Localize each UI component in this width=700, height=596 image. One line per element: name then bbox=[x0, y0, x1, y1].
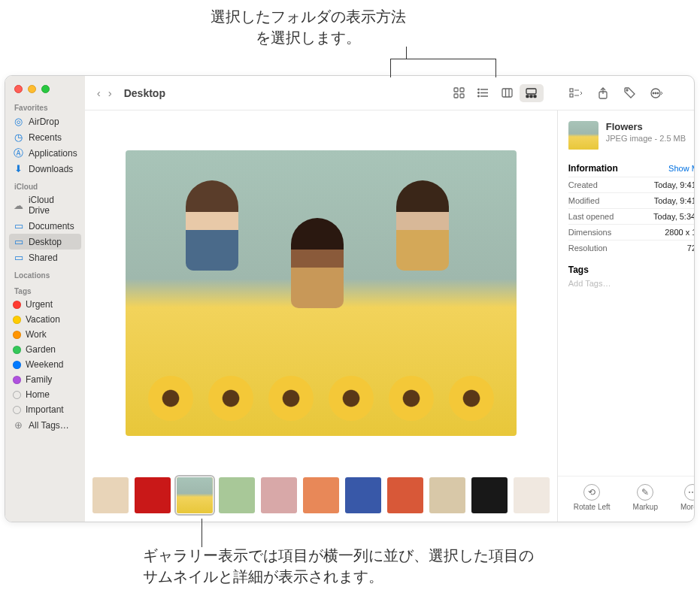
tags-header: Tags bbox=[568, 265, 695, 277]
thumbnail-item[interactable] bbox=[303, 477, 339, 513]
thumbnail-item[interactable] bbox=[177, 477, 213, 513]
svg-point-25 bbox=[653, 92, 654, 94]
sidebar-header-favorites: Favorites bbox=[5, 101, 85, 113]
sidebar-item-icloud-drive[interactable]: ☁iCloud Drive bbox=[5, 192, 85, 218]
all-tags-icon: ⊕ bbox=[13, 419, 24, 431]
inspector-thumbnail bbox=[568, 121, 598, 151]
sidebar-tag-work[interactable]: Work bbox=[5, 327, 85, 342]
file-name: Flowers bbox=[606, 121, 686, 132]
info-row: ModifiedToday, 9:41 AM bbox=[568, 192, 695, 208]
sidebar-locations: Locations bbox=[5, 267, 85, 283]
desktop-icon: ▭ bbox=[13, 236, 24, 247]
thumbnail-item[interactable] bbox=[429, 477, 465, 513]
callout-line bbox=[390, 59, 495, 59]
applications-icon: Ⓐ bbox=[13, 147, 24, 159]
sidebar-item-downloads[interactable]: ⬇Downloads bbox=[5, 161, 85, 177]
sidebar-tag-important[interactable]: Important bbox=[5, 402, 85, 417]
sidebar-item-airdrop[interactable]: ◎AirDrop bbox=[5, 113, 85, 129]
sidebar-item-shared[interactable]: ▭Shared bbox=[5, 250, 85, 265]
sidebar-tag-weekend[interactable]: Weekend bbox=[5, 357, 85, 372]
view-gallery-button[interactable] bbox=[520, 84, 544, 102]
sidebar-tag-urgent[interactable]: Urgent bbox=[5, 297, 85, 312]
sidebar-tag-family[interactable]: Family bbox=[5, 372, 85, 387]
svg-rect-10 bbox=[502, 89, 512, 97]
thumbnail-item[interactable] bbox=[345, 477, 381, 513]
info-row: Dimensions2800 x 1800 bbox=[568, 224, 695, 240]
forward-button[interactable]: › bbox=[105, 85, 115, 101]
content-area: Flowers JPEG image - 2.5 MB Information … bbox=[85, 110, 695, 522]
thumbnail-item[interactable] bbox=[92, 477, 129, 513]
minimize-button[interactable] bbox=[28, 85, 36, 93]
tag-color-icon bbox=[13, 391, 21, 399]
sidebar-item-recents[interactable]: ◷Recents bbox=[5, 129, 85, 145]
inspector-header: Flowers JPEG image - 2.5 MB bbox=[558, 110, 695, 159]
info-row: Last openedToday, 5:34 PM bbox=[568, 208, 695, 224]
tag-color-icon bbox=[13, 406, 21, 414]
zoom-button[interactable] bbox=[41, 85, 50, 93]
more-actions-button[interactable]: ⋯More… bbox=[680, 484, 695, 511]
svg-rect-16 bbox=[534, 95, 536, 98]
thumbnail-item[interactable] bbox=[471, 477, 508, 513]
thumbnail-item[interactable] bbox=[261, 477, 297, 513]
action-button[interactable] bbox=[646, 84, 668, 102]
thumbnail-strip[interactable] bbox=[85, 475, 557, 522]
svg-rect-0 bbox=[454, 88, 458, 92]
sidebar-icloud: iCloud ☁iCloud Drive ▭Documents ▭Desktop… bbox=[5, 178, 85, 267]
search-button[interactable] bbox=[689, 84, 695, 102]
svg-point-7 bbox=[478, 89, 480, 90]
preview-image[interactable] bbox=[126, 150, 517, 436]
svg-rect-13 bbox=[526, 89, 536, 94]
thumbnail-item[interactable] bbox=[387, 477, 423, 513]
nav-buttons: ‹ › bbox=[94, 85, 115, 101]
sidebar-item-documents[interactable]: ▭Documents bbox=[5, 218, 85, 234]
group-button[interactable] bbox=[565, 84, 587, 102]
gallery-view bbox=[85, 110, 557, 522]
svg-point-8 bbox=[478, 92, 480, 94]
back-button[interactable]: ‹ bbox=[94, 85, 104, 101]
inspector-panel: Flowers JPEG image - 2.5 MB Information … bbox=[557, 110, 695, 522]
sidebar-item-all-tags[interactable]: ⊕All Tags… bbox=[5, 417, 85, 433]
tag-color-icon bbox=[13, 376, 21, 384]
close-button[interactable] bbox=[14, 85, 23, 93]
shared-icon: ▭ bbox=[13, 252, 24, 263]
cloud-icon: ☁ bbox=[13, 200, 24, 211]
markup-button[interactable]: ✎Markup bbox=[633, 484, 658, 511]
share-button[interactable] bbox=[592, 84, 614, 102]
quick-actions: ⟲Rotate Left ✎Markup ⋯More… bbox=[558, 476, 695, 522]
document-icon: ▭ bbox=[13, 220, 24, 231]
view-icon-button[interactable] bbox=[447, 84, 471, 102]
thumbnail-item[interactable] bbox=[135, 477, 171, 513]
file-kind-size: JPEG image - 2.5 MB bbox=[606, 134, 686, 143]
add-tags-field[interactable]: Add Tags… bbox=[568, 277, 695, 288]
sidebar-tag-home[interactable]: Home bbox=[5, 387, 85, 402]
thumbnail-item[interactable] bbox=[514, 477, 550, 513]
sidebar-header-icloud: iCloud bbox=[5, 180, 85, 192]
show-more-link[interactable]: Show More bbox=[668, 164, 695, 173]
svg-rect-15 bbox=[530, 95, 532, 98]
info-row: Resolution72×72 bbox=[568, 240, 695, 256]
svg-point-9 bbox=[478, 95, 480, 97]
clock-icon: ◷ bbox=[13, 132, 24, 143]
svg-rect-2 bbox=[454, 94, 458, 98]
inspector-information: Information Show More CreatedToday, 9:41… bbox=[558, 159, 695, 260]
annotation-view-mode: 選択したフォルダの表示方法を選択します。 bbox=[211, 6, 406, 48]
rotate-icon: ⟲ bbox=[583, 484, 600, 501]
sidebar-tag-vacation[interactable]: Vacation bbox=[5, 312, 85, 327]
view-list-button[interactable] bbox=[471, 84, 495, 102]
svg-rect-17 bbox=[570, 89, 573, 92]
downloads-icon: ⬇ bbox=[13, 163, 24, 174]
sidebar-tag-garden[interactable]: Garden bbox=[5, 342, 85, 357]
sidebar-header-tags: Tags bbox=[5, 284, 85, 297]
thumbnail-item[interactable] bbox=[219, 477, 255, 513]
view-column-button[interactable] bbox=[495, 84, 520, 102]
sidebar-header-locations: Locations bbox=[5, 268, 85, 281]
tag-button[interactable] bbox=[619, 84, 641, 102]
sidebar-item-desktop[interactable]: ▭Desktop bbox=[9, 234, 81, 250]
sidebar-item-applications[interactable]: ⒶApplications bbox=[5, 145, 85, 161]
finder-window: Favorites ◎AirDrop ◷Recents ⒶApplication… bbox=[5, 75, 695, 522]
callout-line bbox=[202, 519, 202, 547]
annotation-gallery: ギャラリー表示では項目が横一列に並び、選択した項目のサムネイルと詳細が表示されま… bbox=[143, 545, 534, 587]
rotate-left-button[interactable]: ⟲Rotate Left bbox=[574, 484, 611, 511]
info-row: CreatedToday, 9:41 AM bbox=[568, 177, 695, 192]
tag-color-icon bbox=[13, 346, 21, 354]
